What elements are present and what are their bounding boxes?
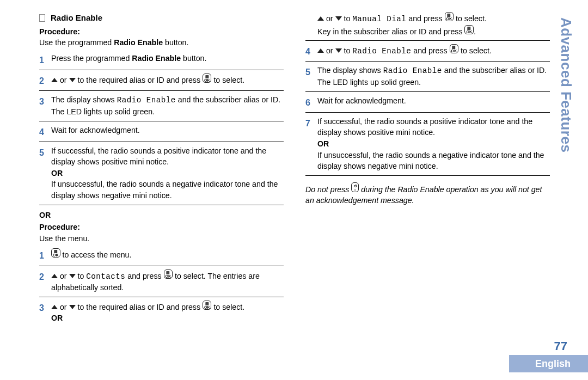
up-arrow-icon: [51, 78, 58, 82]
down-arrow-icon: [69, 274, 76, 278]
step-number: 5: [39, 145, 51, 159]
text: The display shows: [317, 66, 383, 75]
ok-button-icon: ▤OK: [445, 12, 454, 21]
step-row: 5 If successful, the radio sounds a posi…: [39, 142, 284, 205]
text: or: [324, 46, 335, 55]
text: to: [342, 14, 353, 23]
text: or: [58, 272, 69, 280]
or-label: OR: [51, 314, 63, 322]
step-number: 6: [305, 95, 317, 109]
or-label: OR: [317, 139, 329, 148]
display-text: Manual Dial: [352, 15, 406, 23]
down-arrow-icon: [69, 305, 76, 309]
text: or: [324, 14, 335, 23]
step-body: or to the required alias or ID and press…: [51, 301, 284, 324]
two-column-layout: Radio Enable Procedure: Use the programm…: [39, 12, 550, 327]
text: to the required alias or ID and press: [76, 76, 203, 84]
down-arrow-icon: [69, 78, 76, 82]
intro-line-1: Use the programmed Radio Enable button.: [39, 37, 284, 48]
left-column: Radio Enable Procedure: Use the programm…: [39, 12, 284, 327]
step-body: or to the required alias or ID and press…: [51, 73, 284, 86]
bold-text: Radio Enable: [132, 54, 181, 63]
step-row: 6 Wait for acknowledgment.: [305, 92, 550, 113]
step-row: 2 or to Contacts and press ▤OK to select…: [39, 266, 284, 297]
display-text: Contacts: [86, 272, 125, 281]
step-row: 3 The display shows Radio Enable and the…: [39, 91, 284, 121]
text: Key in the subscriber alias or ID and pr…: [317, 27, 464, 36]
step-body: Press the programmed Radio Enable button…: [51, 53, 284, 64]
text: If unsuccessful, the radio sounds a nega…: [317, 151, 544, 171]
text: and press: [411, 46, 449, 55]
step-body: ▤OK to access the menu.: [51, 248, 284, 261]
step-body: or to Radio Enable and press ▤OK to sele…: [317, 44, 550, 57]
ok-button-icon: ▤OK: [164, 269, 173, 279]
right-column: or to Manual Dial and press ▤OK to selec…: [305, 12, 550, 327]
text: to access the menu.: [60, 250, 132, 259]
step-body: The display shows Radio Enable and the s…: [51, 94, 284, 117]
step-body: The display shows Radio Enable and the s…: [317, 65, 550, 88]
step-row: 5 The display shows Radio Enable and the…: [305, 62, 550, 91]
step-number: 2: [39, 73, 51, 87]
text: and press: [406, 14, 444, 23]
display-text: Radio Enable: [352, 47, 411, 56]
section-tab: Advanced Features: [555, 17, 576, 152]
text: button.: [181, 54, 206, 63]
text: to: [342, 46, 353, 55]
step-body: Wait for acknowledgment.: [317, 95, 550, 107]
display-text: Radio Enable: [383, 66, 442, 75]
step-number: 3: [39, 301, 51, 314]
step-number: 5: [305, 65, 317, 78]
section-heading: Radio Enable: [39, 12, 284, 24]
page-icon: [39, 14, 45, 22]
text: The display shows: [51, 95, 117, 104]
step-row: 4 or to Radio Enable and press ▤OK to se…: [305, 41, 550, 62]
bold-text: Radio Enable: [114, 38, 163, 47]
step-row: 3 or to the required alias or ID and pre…: [39, 297, 284, 327]
up-arrow-icon: [317, 48, 324, 53]
ok-button-icon: ▤OK: [450, 44, 459, 53]
step-number: 7: [305, 116, 317, 130]
step-number: 3: [39, 94, 51, 108]
text: If successful, the radio sounds a positi…: [51, 146, 266, 167]
step-number: 2: [39, 269, 51, 283]
step-number-blank: [305, 12, 317, 13]
step-row: 1 Press the programmed Radio Enable butt…: [39, 50, 284, 70]
text: to select.: [458, 46, 492, 55]
text: Press the programmed: [51, 54, 132, 63]
ok-button-icon: ▤OK: [51, 248, 60, 258]
step-row: 1 ▤OK to access the menu.: [39, 245, 284, 266]
step-body: or to Manual Dial and press ▤OK to selec…: [317, 12, 550, 37]
back-button-icon: ⟲⌂: [351, 182, 359, 192]
step-body: If successful, the radio sounds a positi…: [51, 145, 284, 201]
step-number: 4: [305, 44, 317, 58]
heading-text: Radio Enable: [51, 12, 102, 24]
up-arrow-icon: [51, 274, 58, 278]
text: to select.: [211, 303, 244, 311]
text: to the required alias or ID and press: [76, 303, 203, 311]
display-text: Radio Enable: [117, 96, 176, 105]
step-number: 1: [39, 53, 51, 66]
down-arrow-icon: [335, 48, 342, 53]
up-arrow-icon: [317, 16, 324, 21]
up-arrow-icon: [51, 305, 58, 309]
ok-button-icon: ▤OK: [203, 73, 212, 83]
page-number: 77: [554, 338, 567, 355]
text: to: [76, 272, 87, 280]
down-arrow-icon: [335, 16, 342, 21]
step-row: or to Manual Dial and press ▤OK to selec…: [305, 12, 550, 41]
text: or: [58, 303, 69, 311]
procedure-label: Procedure:: [39, 222, 284, 233]
text: to select.: [454, 14, 487, 23]
procedure-label: Procedure:: [39, 26, 284, 38]
text: If unsuccessful, the radio sounds a nega…: [51, 180, 278, 200]
text: If successful, the radio sounds a positi…: [317, 117, 532, 137]
text: or: [58, 76, 69, 84]
text: and press: [125, 272, 163, 280]
step-body: Wait for acknowledgment.: [51, 125, 284, 136]
footnote: Do not press ⟲⌂ during the Radio Enable …: [305, 182, 550, 206]
ok-button-icon: ▤OK: [203, 301, 212, 310]
step-number: 1: [39, 248, 51, 262]
step-row: 4 Wait for acknowledgment.: [39, 121, 284, 142]
text: Use the programmed: [39, 38, 114, 47]
or-divider: OR: [39, 210, 284, 221]
